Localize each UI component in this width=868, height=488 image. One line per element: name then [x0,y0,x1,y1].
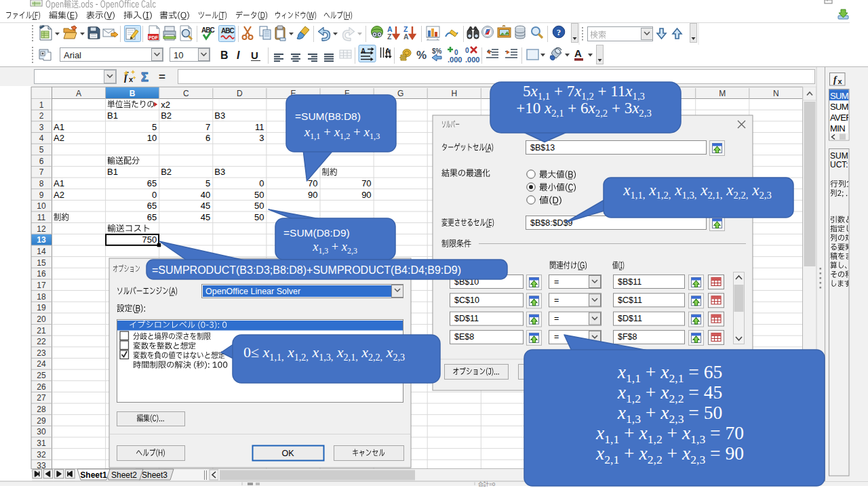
svg-text:10: 10 [147,133,157,143]
svg-text:=: = [554,296,559,305]
svg-text:x1,1,​ x1,2,​ x1,3,​ x2,1,​ x2: x1,1,​ x1,2,​ x1,3,​ x2,1,​ x2,2,​ x2,3​ [623,182,772,201]
svg-text:19: 19 [37,303,46,312]
svg-text:30: 30 [37,427,46,436]
svg-text:6: 6 [39,157,44,166]
svg-text:$B$13: $B$13 [530,143,555,152]
svg-text:Sheet1: Sheet1 [80,470,107,480]
svg-text:50: 50 [254,201,264,211]
svg-text:14: 14 [37,247,46,256]
svg-text:3: 3 [39,123,44,132]
svg-text:%: % [416,49,427,62]
svg-text:.000: .000 [465,56,479,64]
svg-text:16: 16 [37,269,46,279]
svg-text:24: 24 [37,359,46,369]
svg-text:x2: x2 [161,100,170,110]
svg-text:OK: OK [281,449,294,458]
svg-text:0: 0 [465,47,469,54]
svg-text:B2: B2 [161,110,172,121]
svg-text:6: 6 [205,133,210,143]
svg-text:B: B [130,89,136,98]
svg-text:=SUM(D8:D9): =SUM(D8:D9) [283,227,350,239]
svg-text:Z: Z [387,33,392,41]
svg-text:11: 11 [255,122,264,132]
svg-text:25: 25 [37,371,46,380]
svg-text:Sheet3: Sheet3 [142,470,167,480]
svg-text:OpenOffice Linear Solver: OpenOffice Linear Solver [205,287,300,296]
svg-text:$C$10: $C$10 [454,296,479,305]
svg-text:17: 17 [37,281,46,290]
svg-text:N: N [773,89,779,98]
svg-text:Sheet2: Sheet2 [111,470,137,480]
svg-text:5: 5 [152,122,157,132]
svg-text:B1: B1 [107,167,118,177]
svg-text:4: 4 [39,134,44,143]
svg-text:$D$11: $D$11 [618,314,642,323]
svg-text:90: 90 [308,190,317,200]
svg-text:$B$11: $B$11 [618,277,642,287]
svg-text:50: 50 [254,190,264,200]
svg-text:50: 50 [254,212,264,222]
svg-text:40: 40 [201,190,210,200]
svg-text:A: A [385,47,390,55]
svg-text:A2: A2 [54,133,64,143]
svg-text:I: I [237,49,240,61]
svg-text:10: 10 [37,201,46,211]
svg-text:B3: B3 [214,167,225,177]
svg-text:45: 45 [201,201,210,211]
svg-text:23: 23 [37,348,46,358]
svg-text:70: 70 [361,178,371,188]
svg-text:A: A [403,33,409,41]
svg-text:26: 26 [37,382,46,392]
svg-text:$B$8:$D$9: $B$8:$D$9 [530,218,573,228]
svg-text:=: = [554,314,559,323]
svg-text:?: ? [557,27,561,37]
svg-text:ABC: ABC [221,27,234,35]
svg-text:Σ: Σ [141,70,149,84]
svg-text:=SUMPRODUCT(B3:D3;B8:D8)+SUMPR: =SUMPRODUCT(B3:D3;B8:D8)+SUMPRODUCT(B4:D… [152,264,461,276]
svg-text:18: 18 [37,292,46,302]
svg-text:=: = [554,277,559,287]
svg-text:$C$11: $C$11 [618,296,642,305]
svg-text:21: 21 [37,326,46,336]
svg-text:ABC: ABC [201,26,214,34]
svg-text:C: C [183,89,189,98]
svg-text:A1: A1 [54,178,64,188]
svg-text:20: 20 [37,314,46,324]
svg-text:27: 27 [37,393,46,403]
svg-text:32: 32 [37,450,46,460]
svg-text:9: 9 [39,190,44,200]
svg-text:0: 0 [259,178,264,188]
svg-text:8: 8 [39,179,44,188]
svg-text:$E$8: $E$8 [454,332,474,342]
svg-text:A1: A1 [54,122,64,132]
svg-text:PDF: PDF [149,35,159,40]
svg-text:A: A [361,47,366,55]
svg-text:G: G [397,89,403,98]
svg-text:$F$8: $F$8 [618,332,637,342]
svg-text:22: 22 [37,337,46,346]
svg-text:+10 x2,1​ + 6x2,2​ + 3x2,3​: +10 x2,1​ + 6x2,2​ + 3x2,3​ [516,100,651,119]
svg-text:A2: A2 [54,190,64,200]
svg-text:65: 65 [147,212,157,222]
svg-text:2: 2 [39,111,44,121]
svg-text:D: D [237,89,243,98]
svg-text:B1: B1 [107,110,118,121]
svg-text:65: 65 [147,178,157,188]
svg-text:=: = [554,332,559,342]
svg-text:7: 7 [39,167,44,177]
svg-text:45: 45 [201,212,210,222]
svg-text:B3: B3 [214,110,225,121]
svg-text:29: 29 [37,416,46,426]
svg-text:M: M [719,89,726,98]
svg-text:13: 13 [37,235,46,245]
svg-text:SUM: SUM [830,102,848,112]
svg-text:Arial: Arial [64,50,81,60]
svg-text:750: 750 [142,235,157,245]
svg-text:7: 7 [205,122,210,132]
svg-text:x: x [129,75,134,83]
svg-text:合計=0: 合計=0 [478,481,496,487]
svg-text:=: = [159,70,165,83]
svg-text:31: 31 [37,439,46,448]
svg-text:A: A [76,89,81,98]
svg-text:5: 5 [39,145,44,155]
